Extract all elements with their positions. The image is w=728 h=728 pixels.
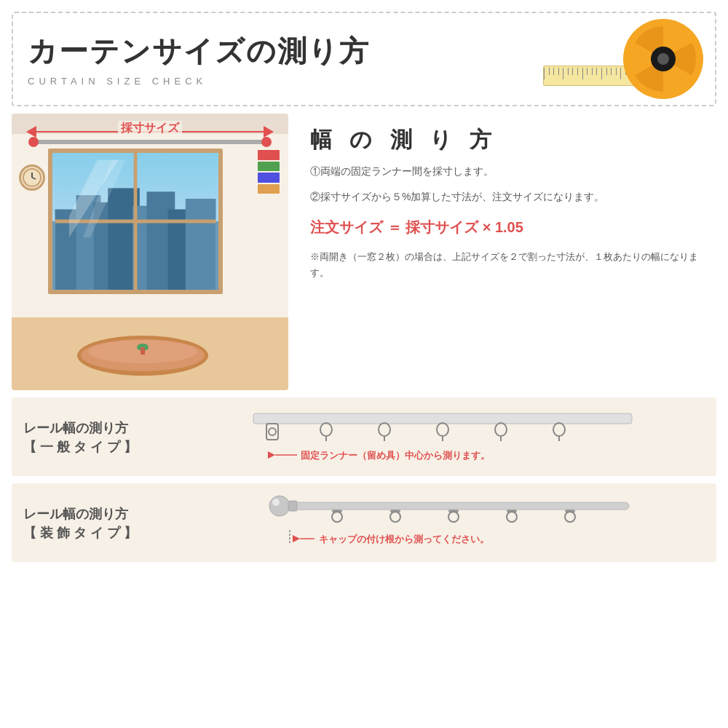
svg-point-33 [553,423,565,436]
svg-point-45 [390,512,400,522]
rail-general-title: レール幅の測り方 [23,419,169,438]
tape-reel-icon [623,19,703,99]
note-text: ※両開き（一窓２枚）の場合は、上記サイズを２で割った寸法が、１枚あたりの幅になり… [310,249,702,281]
window-frame [48,149,223,294]
svg-point-49 [507,512,517,522]
info-text-1: ①両端の固定ランナー間を採寸します。 [310,162,702,181]
svg-point-25 [320,423,332,436]
room-scene: 採寸サイズ [12,114,288,390]
svg-point-40 [272,499,280,506]
header-section: カーテンサイズの測り方 CURTAIN SIZE CHECK [12,12,716,106]
svg-point-51 [565,512,575,522]
svg-point-24 [269,428,276,435]
bookshelf-icon [258,150,280,194]
coffee-table-icon [77,336,208,376]
rail-deco-diagram: キャップの付け根から測ってください。 [181,494,705,552]
svg-point-29 [437,423,448,436]
svg-rect-22 [253,414,632,424]
tape-measure-icon [543,19,703,99]
page-title: カーテンサイズの測り方 [28,31,370,71]
room-illustration: 採寸サイズ [12,114,288,390]
svg-point-43 [332,512,342,522]
rail-general-section: レール幅の測り方 【 一 般 タ イ プ 】 [12,397,716,476]
svg-rect-41 [288,501,297,511]
width-section-title: 幅 の 測 り 方 [310,125,702,155]
clock-icon [19,165,45,191]
rail-deco-title: レール幅の測り方 [23,505,169,524]
svg-rect-10 [186,199,216,290]
middle-section: 採寸サイズ [12,114,716,390]
rail-deco-label: レール幅の測り方 【 装 飾 タ イ プ 】 [23,505,169,542]
info-block: 幅 の 測 り 方 ①両端の固定ランナー間を採寸します。 ②採寸サイズから５%加… [296,114,716,390]
svg-marker-53 [293,535,300,542]
rail-deco-subtitle: 【 装 飾 タ イ プ 】 [23,524,169,542]
svg-marker-35 [268,451,275,459]
svg-point-31 [495,423,507,436]
rail-general-diagram: 固定ランナー（留め具）中心から測ります。 [181,408,705,466]
page-subtitle: CURTAIN SIZE CHECK [28,76,370,87]
svg-text:キャップの付け根から測ってください。: キャップの付け根から測ってください。 [319,534,489,545]
svg-point-27 [379,423,390,436]
arrow-label: 採寸サイズ [118,121,182,136]
svg-rect-38 [290,502,629,510]
svg-rect-21 [141,347,145,355]
svg-point-39 [269,496,290,516]
info-text-2: ②採寸サイズから５%加算した寸法が、注文サイズになります。 [310,188,702,206]
header-text-block: カーテンサイズの測り方 CURTAIN SIZE CHECK [28,31,370,87]
rail-general-subtitle: 【 一 般 タ イ プ 】 [23,438,169,456]
rail-general-label: レール幅の測り方 【 一 般 タ イ プ 】 [23,419,169,456]
svg-point-47 [448,512,459,522]
measure-arrow: 採寸サイズ [26,121,274,143]
svg-text:固定ランナー（留め具）中心から測ります。: 固定ランナー（留め具）中心から測ります。 [301,450,490,461]
plant-icon [242,292,263,321]
arrow-head-right [264,126,274,138]
rail-deco-section: レール幅の測り方 【 装 飾 タ イ プ 】 [12,483,716,562]
formula-box: 注文サイズ ＝ 採寸サイズ × 1.05 [310,213,702,242]
window-city-view [52,153,218,290]
arrow-head-left [26,126,36,138]
svg-point-1 [657,53,669,65]
formula-text: 注文サイズ ＝ 採寸サイズ × 1.05 [310,219,523,235]
